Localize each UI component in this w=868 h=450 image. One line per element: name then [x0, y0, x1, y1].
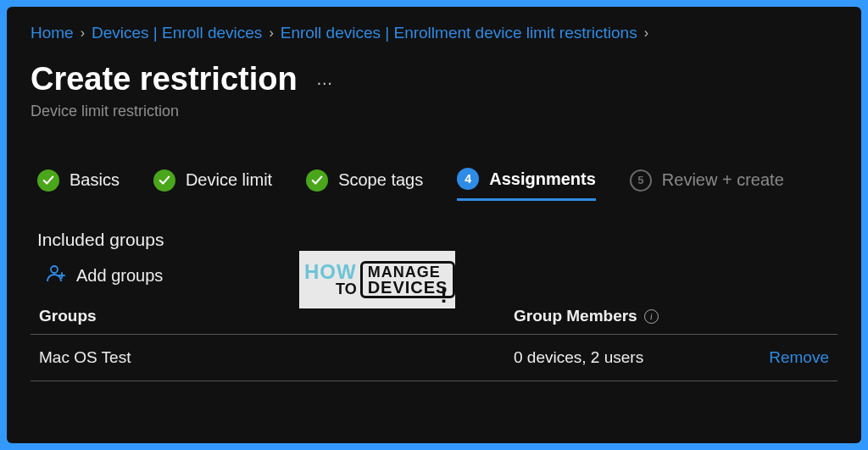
- watermark-logo: HOW TO MANAGE DEVICES !: [297, 248, 458, 311]
- step-number-icon: 5: [630, 169, 652, 192]
- cell-group-name: Mac OS Test: [39, 348, 514, 367]
- watermark-to: TO: [304, 282, 357, 297]
- remove-link[interactable]: Remove: [769, 348, 829, 367]
- wizard-steps: Basics Device limit Scope tags 4 Assignm…: [31, 168, 837, 201]
- info-icon[interactable]: i: [644, 309, 659, 324]
- step-review-create[interactable]: 5 Review + create: [630, 169, 784, 200]
- included-groups-title: Included groups: [31, 230, 837, 250]
- svg-point-0: [51, 266, 58, 273]
- column-members: Group Members i: [514, 307, 829, 325]
- step-label: Device limit: [186, 170, 272, 190]
- check-icon: [306, 169, 328, 192]
- cell-group-members: 0 devices, 2 users Remove: [514, 348, 829, 367]
- watermark-exclaim: !: [440, 282, 448, 308]
- cell-members-text: 0 devices, 2 users: [514, 348, 643, 367]
- step-label: Scope tags: [338, 170, 423, 190]
- more-actions-button[interactable]: …: [316, 69, 335, 89]
- person-add-icon: [46, 264, 66, 288]
- breadcrumb: Home › Devices | Enroll devices › Enroll…: [31, 24, 837, 42]
- step-assignments[interactable]: 4 Assignments: [457, 168, 596, 201]
- chevron-right-icon: ›: [644, 25, 648, 41]
- breadcrumb-devices[interactable]: Devices | Enroll devices: [92, 24, 262, 42]
- title-row: Create restriction …: [31, 61, 837, 97]
- chevron-right-icon: ›: [81, 25, 85, 41]
- step-basics[interactable]: Basics: [37, 169, 120, 200]
- watermark-how: HOW: [304, 263, 357, 282]
- table-row: Mac OS Test 0 devices, 2 users Remove: [31, 335, 837, 381]
- step-label: Basics: [70, 170, 120, 190]
- column-members-label: Group Members: [514, 307, 637, 325]
- step-number-icon: 4: [457, 168, 479, 190]
- step-label: Assignments: [489, 169, 596, 189]
- breadcrumb-home[interactable]: Home: [31, 24, 74, 42]
- step-device-limit[interactable]: Device limit: [153, 169, 272, 200]
- step-label: Review + create: [662, 170, 784, 190]
- breadcrumb-enrollment-restrictions[interactable]: Enroll devices | Enrollment device limit…: [281, 24, 637, 42]
- step-scope-tags[interactable]: Scope tags: [306, 169, 423, 200]
- check-icon: [153, 169, 175, 192]
- create-restriction-panel: Home › Devices | Enroll devices › Enroll…: [7, 7, 861, 443]
- add-groups-label: Add groups: [76, 266, 163, 286]
- check-icon: [37, 169, 59, 192]
- chevron-right-icon: ›: [269, 25, 273, 41]
- page-title: Create restriction: [31, 61, 298, 97]
- page-subtitle: Device limit restriction: [31, 103, 837, 120]
- watermark-devices: DEVICES: [368, 280, 448, 296]
